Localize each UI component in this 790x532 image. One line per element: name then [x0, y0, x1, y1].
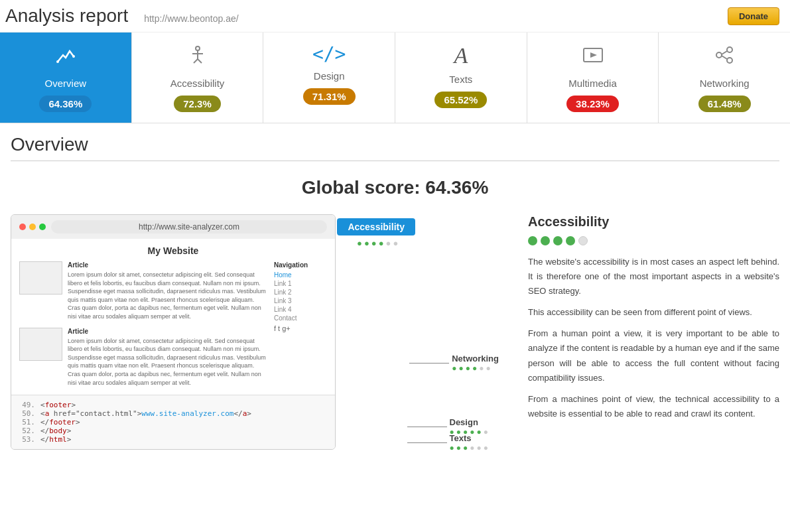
tab-design[interactable]: </> Design 71.31% — [263, 33, 395, 123]
label-accessibility: Accessibility ● ● ● ● ● ● — [337, 218, 415, 248]
nav-link-contact[interactable]: Contact — [274, 314, 327, 322]
label-design-name: Design — [447, 417, 489, 427]
code-line-51: 51. </footer> — [19, 418, 327, 427]
code-line-50: 50. <a href="contact.html">www.site-anal… — [19, 409, 327, 418]
svg-point-9 — [716, 52, 722, 58]
page-title: Analysis report — [5, 5, 128, 27]
code-num-52: 52. — [19, 427, 35, 435]
tab-multimedia-score: 38.23% — [566, 96, 619, 112]
code-num-51: 51. — [19, 418, 35, 427]
rating-dot-2 — [541, 236, 550, 245]
overview-heading: Overview — [11, 134, 779, 155]
right-panel: Accessibility The website's accessibilit… — [528, 214, 779, 450]
code-line-53: 53. </html> — [19, 435, 327, 444]
browser-url[interactable]: http://www.site-analyzer.com — [51, 220, 327, 233]
label-networking: Networking ● ● ● ● ● ● — [409, 354, 501, 373]
right-panel-p2: This accessibility can be seen from diff… — [528, 305, 779, 320]
label-networking-name: Networking — [449, 354, 501, 364]
label-texts-stars: ● ● ● ● ● ● — [447, 443, 489, 452]
tab-overview[interactable]: Overview 64.36% — [0, 33, 132, 123]
design-icon: </> — [312, 43, 346, 65]
browser-mockup: http://www.site-analyzer.com My Website … — [11, 214, 336, 450]
tab-overview-score: 64.36% — [39, 96, 92, 112]
article-2-title: Article — [68, 328, 267, 335]
tab-texts-label: Texts — [449, 74, 472, 85]
article-2-content: Article Lorem ipsum dolor sit amet, cons… — [68, 328, 267, 387]
tab-accessibility-score: 72.3% — [174, 96, 221, 112]
browser-section: Accessibility ● ● ● ● ● ● http://www.sit… — [11, 214, 422, 450]
rating-dots — [528, 236, 779, 245]
donate-button[interactable]: Donate — [728, 7, 779, 25]
article-1: Article Lorem ipsum dolor sit amet, cons… — [19, 261, 267, 321]
rating-dot-1 — [528, 236, 537, 245]
rating-dot-3 — [553, 236, 562, 245]
tab-networking-score: 61.48% — [698, 96, 751, 112]
dot-yellow — [29, 224, 36, 230]
tab-accessibility[interactable]: Accessibility 72.3% — [132, 33, 264, 123]
tab-networking[interactable]: Networking 61.48% — [659, 33, 790, 123]
tab-overview-label: Overview — [45, 78, 87, 89]
article-1-content: Article Lorem ipsum dolor sit amet, cons… — [68, 261, 267, 321]
right-panel-p1: The website's accessibility is in most c… — [528, 255, 779, 299]
nav-title: Navigation — [274, 261, 327, 269]
code-num-49: 49. — [19, 401, 35, 409]
label-design-stars: ● ● ● ● ● ● — [447, 427, 489, 436]
overview-section: Overview — [0, 123, 790, 161]
label-design: Design ● ● ● ● ● ● — [407, 417, 489, 436]
svg-point-0 — [56, 60, 59, 63]
label-accessibility-name: Accessibility — [337, 218, 415, 235]
dot-red — [19, 224, 26, 230]
tab-multimedia[interactable]: Multimedia 38.23% — [527, 33, 659, 123]
networking-icon — [712, 43, 736, 72]
texts-icon: A — [454, 43, 468, 68]
browser-dots — [19, 224, 46, 230]
article-1-image — [19, 261, 62, 295]
code-text-52: </body> — [40, 427, 71, 435]
code-text-50: <a href="contact.html">www.site-analyzer… — [40, 409, 251, 418]
dot-green — [39, 224, 46, 230]
connector-texts — [407, 442, 447, 443]
nav-link-home[interactable]: Home — [274, 271, 327, 279]
svg-line-13 — [722, 56, 727, 59]
tab-accessibility-label: Accessibility — [170, 78, 225, 89]
nav-link-3[interactable]: Link 3 — [274, 297, 327, 304]
site-articles: Article Lorem ipsum dolor sit amet, cons… — [19, 261, 267, 391]
code-num-53: 53. — [19, 435, 35, 444]
code-num-50: 50. — [19, 409, 35, 418]
svg-point-1 — [72, 55, 75, 58]
nav-tabs: Overview 64.36% Accessibility 72.3% </> … — [0, 33, 790, 123]
label-networking-stars: ● ● ● ● ● ● — [449, 364, 501, 373]
code-line-49: 49. <footer> — [19, 401, 327, 409]
site-mockup-content: My Website Article Lorem ipsum dolor sit… — [11, 239, 335, 395]
accessibility-icon — [186, 43, 210, 72]
code-text-51: </footer> — [40, 418, 80, 427]
connector-design — [407, 427, 447, 427]
social-gp: g+ — [282, 324, 291, 332]
article-2: Article Lorem ipsum dolor sit amet, cons… — [19, 328, 267, 387]
code-block: 49. <footer> 50. <a href="contact.html">… — [11, 395, 335, 449]
multimedia-icon — [581, 43, 605, 72]
header-url: http://www.beontop.ae/ — [144, 13, 238, 24]
nav-link-4[interactable]: Link 4 — [274, 306, 327, 313]
nav-link-2[interactable]: Link 2 — [274, 289, 327, 296]
rating-dot-5 — [578, 236, 588, 245]
tab-networking-label: Networking — [700, 78, 750, 89]
nav-social: f t g+ — [274, 324, 327, 332]
svg-point-11 — [727, 58, 732, 63]
right-panel-p3: From a human point a view, it is very im… — [528, 326, 779, 385]
social-tw: t — [278, 324, 280, 332]
tab-texts[interactable]: A Texts 65.52% — [395, 33, 527, 123]
global-score: Global score: 64.36% — [0, 161, 790, 214]
svg-line-12 — [722, 51, 727, 54]
nav-link-1[interactable]: Link 1 — [274, 280, 327, 287]
tab-design-score: 71.31% — [303, 88, 356, 105]
right-panel-p4: From a machines point of view, the techn… — [528, 392, 779, 421]
article-2-text: Lorem ipsum dolor sit amet, consectetur … — [68, 337, 267, 387]
social-fb: f — [274, 324, 276, 332]
article-1-text: Lorem ipsum dolor sit amet, consectetur … — [68, 271, 267, 321]
label-accessibility-stars: ● ● ● ● ● ● — [354, 238, 398, 248]
connector-networking — [409, 363, 449, 364]
svg-marker-8 — [590, 52, 597, 58]
header: Analysis report http://www.beontop.ae/ D… — [0, 0, 790, 33]
tab-design-label: Design — [314, 70, 345, 82]
